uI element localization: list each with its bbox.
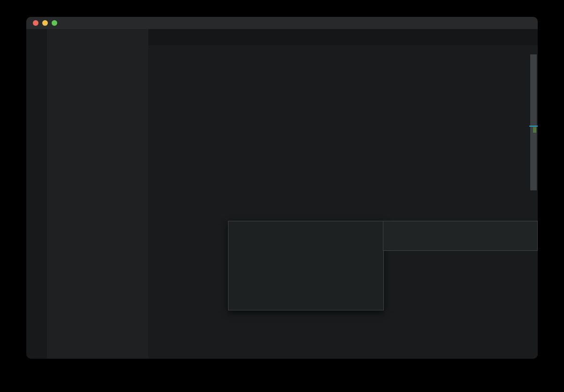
sidebar-header: [47, 29, 148, 45]
tab-bar: [148, 29, 538, 45]
explorer-sidebar: [47, 29, 149, 359]
lightbulb-icon[interactable]: [168, 29, 175, 36]
overview-ruler-modified-marker: [529, 126, 538, 127]
workspace-root-row[interactable]: [47, 45, 148, 55]
vscode-window: [26, 17, 538, 359]
overview-ruler-marker: [533, 127, 536, 133]
editor-scrollbar[interactable]: [530, 54, 537, 190]
window-title: [26, 17, 538, 29]
editor-group: [148, 29, 538, 359]
autocomplete-popup: [228, 221, 384, 310]
breadcrumbs: [148, 45, 538, 54]
titlebar[interactable]: [26, 17, 538, 30]
suggest-docs-panel: [383, 221, 538, 251]
activity-bar: [26, 29, 47, 359]
desktop: [0, 0, 564, 392]
